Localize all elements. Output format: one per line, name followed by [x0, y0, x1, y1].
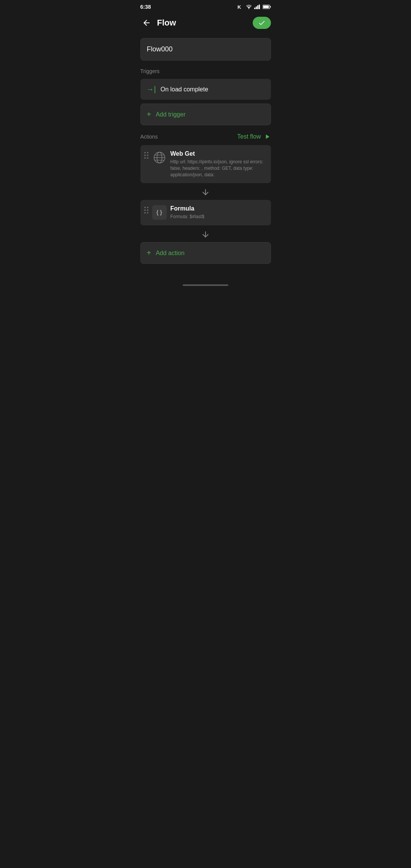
formula-content: Formula Formula: $#last$	[170, 205, 266, 220]
add-action-button[interactable]: + Add action	[140, 242, 271, 264]
svg-text:K: K	[237, 4, 241, 10]
content: Triggers →| On load complete + Add trigg…	[134, 35, 277, 274]
formula-icon: { }	[152, 205, 167, 220]
confirm-button[interactable]	[253, 17, 271, 29]
battery-icon	[263, 5, 271, 9]
web-get-desc: Http url: https://ipinfo.io/json, ignore…	[170, 159, 266, 178]
drag-dot	[147, 212, 148, 214]
play-icon	[263, 133, 271, 140]
flow-name-input[interactable]	[140, 38, 271, 61]
trigger-item-on-load[interactable]: →| On load complete	[140, 79, 271, 100]
formula-icon-box: { }	[152, 205, 167, 220]
drag-dot	[147, 209, 148, 211]
status-bar: 6:38 K	[134, 0, 277, 14]
globe-icon	[152, 150, 167, 165]
add-trigger-icon: +	[147, 110, 151, 119]
test-flow-button[interactable]: Test flow	[237, 133, 271, 140]
add-action-label: Add action	[156, 250, 185, 257]
formula-title: Formula	[170, 205, 266, 212]
drag-handle-web-get[interactable]	[144, 150, 148, 159]
page-title: Flow	[157, 18, 253, 28]
drag-handle-formula[interactable]	[144, 205, 148, 214]
svg-rect-3	[256, 6, 257, 9]
action-card-formula[interactable]: { } Formula Formula: $#last$	[140, 200, 271, 225]
arrow-between-actions-2	[140, 227, 271, 242]
drag-dot	[144, 155, 146, 156]
action-card-web-get[interactable]: Web Get Http url: https://ipinfo.io/json…	[140, 145, 271, 183]
drag-dot	[144, 152, 146, 153]
drag-dot	[144, 157, 146, 159]
trigger-text: On load complete	[161, 86, 208, 93]
actions-header: Actions Test flow	[140, 133, 271, 140]
svg-rect-8	[263, 6, 269, 8]
svg-rect-2	[254, 8, 255, 9]
drag-dot	[147, 157, 148, 159]
status-time: 6:38	[140, 4, 151, 10]
add-trigger-label: Add trigger	[156, 111, 185, 118]
header: Flow	[134, 14, 277, 35]
svg-rect-4	[257, 5, 258, 9]
status-icons: K	[237, 4, 271, 10]
signal-icon	[254, 5, 260, 9]
trigger-arrow-icon: →|	[147, 85, 156, 94]
triggers-label: Triggers	[140, 68, 271, 74]
svg-point-1	[249, 8, 249, 9]
web-get-content: Web Get Http url: https://ipinfo.io/json…	[170, 150, 266, 178]
drag-dot	[144, 212, 146, 214]
bottom-bar	[134, 282, 277, 291]
drag-dot	[147, 155, 148, 156]
web-get-title: Web Get	[170, 150, 266, 157]
svg-rect-5	[259, 5, 260, 9]
arrow-between-actions-1	[140, 185, 271, 200]
home-indicator	[183, 284, 228, 286]
test-flow-label: Test flow	[237, 133, 261, 140]
k-icon: K	[237, 4, 244, 10]
web-get-icon-box	[152, 150, 167, 165]
add-trigger-button[interactable]: + Add trigger	[140, 104, 271, 125]
svg-rect-7	[270, 6, 271, 8]
drag-dot	[147, 207, 148, 208]
drag-dot	[144, 207, 146, 208]
actions-label: Actions	[140, 134, 158, 140]
drag-dot	[147, 152, 148, 153]
add-action-icon: +	[147, 249, 151, 257]
drag-dot	[144, 209, 146, 211]
back-button[interactable]	[140, 17, 153, 29]
formula-desc: Formula: $#last$	[170, 214, 266, 220]
wifi-icon	[246, 5, 252, 9]
